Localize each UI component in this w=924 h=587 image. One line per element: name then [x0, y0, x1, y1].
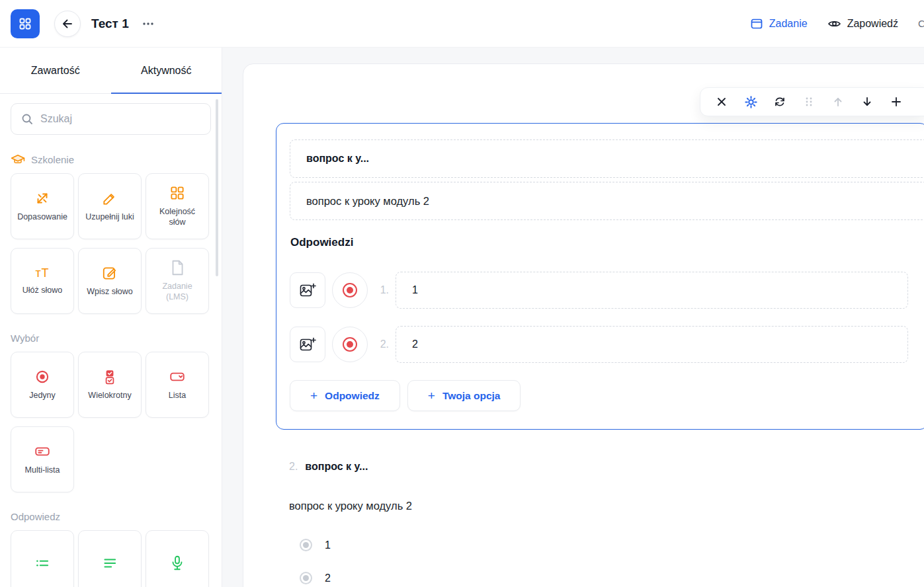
question-number: 2. [289, 461, 298, 473]
activity-card-zadanie-lms[interactable]: Zadanie (LMS) [146, 248, 209, 314]
plus-icon: + [310, 389, 317, 403]
tab-zawartosc[interactable]: Zawartość [0, 48, 111, 93]
question-preview-2[interactable]: 2. вопрос к у... вопрос к уроку модуль 2… [289, 456, 911, 587]
top-bar: Тест 1 Zadanie Zapowiedź C [0, 0, 924, 48]
answer-index: 2. [374, 338, 389, 350]
radio-icon[interactable] [300, 539, 312, 551]
checkboxes-icon [101, 368, 118, 385]
grid-squares-icon [169, 184, 186, 202]
activity-card-audio-answer[interactable] [146, 530, 209, 587]
preview-option-1: 1 [300, 539, 331, 551]
search-icon [21, 112, 34, 126]
option-label: 1 [325, 539, 331, 551]
add-answer-button[interactable]: + Odpowiedz [290, 380, 400, 411]
activity-card-lista[interactable]: Lista [146, 352, 209, 418]
add-image-button[interactable] [290, 327, 325, 362]
activity-card-answer-list[interactable] [78, 530, 142, 587]
odpowiedz-cards [0, 530, 222, 587]
topbar-actions: Zadanie Zapowiedź C [750, 17, 924, 30]
answer-index: 1. [374, 284, 389, 296]
pencil-icon [101, 190, 118, 207]
move-down-icon[interactable] [853, 87, 882, 116]
answer-row-2: 2. 2 [290, 326, 908, 363]
clipped-action-label[interactable]: C [918, 18, 924, 29]
answer-row-1: 1. 1 [290, 272, 908, 309]
answer-input-1[interactable]: 1 [396, 272, 908, 309]
page-title: Тест 1 [91, 17, 129, 31]
sidebar-tabs: Zawartość Aktywność [0, 48, 222, 94]
szkolenie-cards: Dopasowanie Uzupełnij luki Kolejność słó… [0, 173, 222, 314]
activity-card-uzupelnij-luki[interactable]: Uzupełnij luki [78, 173, 142, 239]
answer-actions: + Odpowiedz + Twoja opcja [290, 380, 521, 411]
main-area: вопрос к у... вопрос к уроку модуль 2 Od… [222, 48, 924, 587]
correct-answer-radio[interactable] [332, 272, 368, 308]
answer-input-2[interactable]: 2 [396, 326, 908, 363]
activity-card-kolejnosc-slow[interactable]: Kolejność słów [146, 173, 209, 239]
document-icon [169, 259, 186, 276]
multi-dropdown-icon [34, 443, 51, 460]
search-input[interactable] [40, 113, 201, 125]
card-label: Multi-lista [25, 465, 60, 476]
close-icon[interactable] [707, 87, 736, 116]
refresh-icon[interactable] [765, 87, 794, 116]
card-label: Uzupełnij luki [85, 212, 134, 223]
option-label: 2 [325, 572, 331, 584]
section-wybor-label: Wybór [11, 333, 39, 344]
move-up-icon[interactable] [823, 87, 853, 116]
activity-card-multi-lista[interactable]: Multi-lista [11, 426, 74, 492]
dropdown-icon [169, 368, 186, 385]
zadanie-button[interactable]: Zadanie [750, 17, 808, 30]
preview-option-2: 2 [300, 572, 331, 584]
more-options-button[interactable] [137, 15, 159, 32]
correct-answer-radio[interactable] [332, 327, 368, 362]
card-label: Ułóż słowo [22, 286, 62, 296]
plus-icon: + [428, 389, 435, 403]
activity-card-uloz-slowo[interactable]: тТ Ułóż słowo [11, 248, 74, 314]
grid-icon [19, 17, 32, 30]
bullet-lines-icon [34, 555, 51, 572]
sidebar: Zawartość Aktywność Szkolenie [0, 48, 222, 587]
settings-gear-icon[interactable] [736, 87, 765, 116]
list-lines-icon [101, 555, 118, 572]
add-image-button[interactable] [290, 272, 325, 308]
section-odpowiedz: Odpowiedz [11, 511, 211, 522]
zapowiedz-button[interactable]: Zapowiedź [827, 17, 898, 30]
question-text: вопрос к уроку модуль 2 [289, 500, 412, 512]
card-label: Lista [169, 391, 186, 401]
card-label: Kolejność słów [150, 207, 204, 227]
answers-heading: Odpowiedzi [290, 236, 353, 249]
activity-card-wpisz-slowo[interactable]: Wpisz słowo [78, 248, 142, 314]
zapowiedz-label: Zapowiedź [847, 18, 898, 30]
sidebar-scrollbar[interactable] [216, 99, 218, 276]
activity-card-dopasowanie[interactable]: Dopasowanie [11, 173, 74, 239]
add-answer-label: Odpowiedz [325, 390, 380, 402]
add-option-label: Twoja opcja [442, 390, 501, 402]
question-2-header: 2. вопрос к у... [289, 461, 368, 473]
card-label: Zadanie (LMS) [150, 282, 204, 302]
card-label: Wielokrotny [88, 391, 131, 401]
card-label: Wpisz słowo [87, 287, 132, 297]
add-icon[interactable] [882, 87, 911, 116]
question-toolbar [700, 87, 924, 116]
question-title: вопрос к у... [305, 461, 368, 473]
activity-card-wielokrotny[interactable]: Wielokrotny [78, 352, 142, 418]
app-menu-button[interactable] [11, 9, 40, 38]
back-button[interactable] [54, 11, 81, 37]
activity-card-answer-lines[interactable] [11, 530, 74, 587]
question-title-field[interactable]: вопрос к у... [290, 139, 924, 178]
radio-selected-icon [343, 283, 357, 297]
edit-square-icon [101, 264, 118, 282]
search-box [11, 103, 211, 135]
section-szkolenie: Szkolenie [11, 153, 211, 165]
radio-icon[interactable] [300, 572, 312, 584]
wybor-cards: Jedyny Wielokrotny Lista [0, 352, 222, 492]
tab-aktywnosc[interactable]: Aktywność [111, 48, 222, 93]
question-text-field[interactable]: вопрос к уроку модуль 2 [290, 182, 924, 220]
radio-selected-icon [343, 337, 357, 352]
drag-handle-icon[interactable] [794, 87, 823, 116]
zadanie-label: Zadanie [769, 18, 808, 30]
activity-card-jedyny[interactable]: Jedyny [11, 352, 74, 418]
section-odpowiedz-label: Odpowiedz [11, 511, 60, 522]
add-own-option-button[interactable]: + Twoja opcja [407, 380, 521, 411]
graduation-cap-icon [11, 153, 25, 165]
